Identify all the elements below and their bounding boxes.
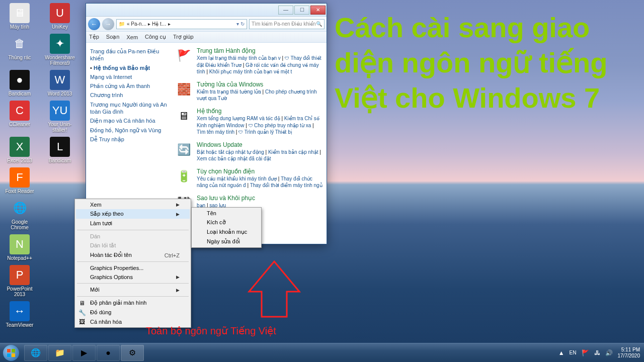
- menu-item[interactable]: Soạn: [106, 34, 120, 40]
- taskbar-controlpanel[interactable]: ⚙: [121, 345, 144, 361]
- category-title[interactable]: Trung tâm Hành động: [197, 47, 324, 55]
- desktop-icon[interactable]: CCCleaner: [4, 101, 35, 133]
- category-link[interactable]: Trình quản lý Thiết bị: [238, 129, 292, 135]
- menu-item-icon: 🖼: [78, 318, 86, 326]
- menu-item-label: Graphics Options: [90, 274, 133, 280]
- address-bar[interactable]: 📁 « Pa-n… ▸ Hệ t… ▸ ▾ ↻: [116, 19, 247, 29]
- menu-item[interactable]: Tệp: [89, 34, 99, 40]
- category-item: 🖥Hệ thốngXem tổng dung lượng RAM và tốc …: [175, 107, 324, 136]
- category-link[interactable]: Xem tổng dung lượng RAM và tốc độ: [197, 116, 280, 121]
- desktop-icon[interactable]: LBandicam: [44, 137, 75, 163]
- context-menu-item[interactable]: Làm tươi: [76, 219, 190, 228]
- side-link[interactable]: Trang đầu của Pa-nen Điều khiển: [90, 48, 168, 62]
- titlebar[interactable]: — ☐ ✕: [86, 4, 327, 17]
- desktop-icon[interactable]: 🌐Google Chrome: [4, 198, 35, 230]
- svg-rect-2: [7, 353, 11, 357]
- taskbar-ie[interactable]: 🌐: [24, 345, 47, 361]
- category-title[interactable]: Tùy chọn Nguồn điện: [197, 167, 324, 175]
- context-menu-item[interactable]: Loại khoản mục: [193, 227, 260, 237]
- category-link[interactable]: Kiểm tra bản cập nhật: [268, 149, 318, 155]
- taskbar-explorer[interactable]: 📁: [48, 345, 71, 361]
- desktop-icon[interactable]: YUYour Unin-staller!: [44, 101, 75, 133]
- context-menu-item[interactable]: Graphics Options▶: [76, 273, 190, 282]
- context-menu-item[interactable]: Sắp xếp theo▶: [76, 209, 190, 219]
- context-menu-item[interactable]: Kích cỡ: [193, 218, 260, 227]
- tray-flag-icon[interactable]: 🚩: [582, 349, 589, 356]
- context-menu-item[interactable]: Hoàn tác Đổi tênCtrl+Z: [76, 250, 190, 260]
- context-menu-item: Dán lối tắt: [76, 241, 190, 250]
- menu-item[interactable]: Xem: [126, 34, 138, 40]
- tray-expand-icon[interactable]: ▲: [558, 349, 565, 356]
- side-link[interactable]: Hệ thống và Bảo mật: [90, 64, 168, 71]
- tray-language[interactable]: EN: [570, 350, 577, 355]
- side-link[interactable]: Đồng hồ, Ngôn ngữ và Vùng: [90, 127, 168, 134]
- context-menu-item[interactable]: Ngày sửa đổi: [193, 237, 260, 246]
- side-link[interactable]: Mạng và Internet: [90, 73, 168, 80]
- desktop-icon[interactable]: PPowerPoint 2013: [4, 265, 35, 297]
- category-link[interactable]: Thay đổi thời điểm máy tính ngủ: [250, 183, 323, 188]
- taskbar-bandicam[interactable]: ●: [97, 345, 120, 361]
- back-button[interactable]: ←: [88, 18, 100, 30]
- desktop-icon[interactable]: UUniKey: [44, 3, 75, 30]
- category-title[interactable]: Sao lưu và Khôi phục: [197, 194, 324, 202]
- desktop-icon[interactable]: ✦Wondershare Filmora9: [44, 34, 75, 66]
- side-link[interactable]: Trương mục Người dùng và An toàn Gia đìn…: [90, 101, 168, 116]
- folder-icon: 📁: [119, 21, 125, 27]
- side-link[interactable]: Diện mạo và Cá nhân hóa: [90, 117, 168, 124]
- system-tray[interactable]: ▲ EN 🚩 🖧 🔊 5:11 PM 17/7/2020: [554, 343, 644, 362]
- tray-volume-icon[interactable]: 🔊: [605, 349, 613, 356]
- category-title[interactable]: Windows Update: [197, 141, 324, 149]
- desktop-icon[interactable]: ●Bandicam: [4, 70, 35, 97]
- category-link[interactable]: Khôi phục máy tính của bạn về một t: [209, 69, 292, 74]
- minimize-button[interactable]: —: [278, 6, 293, 15]
- context-menu-item[interactable]: 🖥Độ phân giải màn hình: [76, 298, 190, 308]
- desktop-icon[interactable]: NNotepad++: [4, 234, 35, 261]
- desktop-icon[interactable]: 🗑Thùng rác: [4, 34, 35, 66]
- category-link[interactable]: Xem các bản cập nhật đã cài đặt: [197, 156, 271, 161]
- overlay-caption: Toàn bộ ngôn ngữ Tiếng Việt: [146, 325, 276, 337]
- category-link[interactable]: Xem lại trạng thái máy tính của bạn v: [197, 55, 281, 61]
- tray-clock[interactable]: 5:11 PM 17/7/2020: [618, 347, 640, 359]
- category-link[interactable]: Tìm tên máy tính: [197, 129, 234, 135]
- context-menu-item[interactable]: Xem▶: [76, 200, 190, 209]
- side-link[interactable]: Phần cứng và Âm thanh: [90, 82, 168, 89]
- desktop-icon[interactable]: ↔TeamViewer: [4, 301, 35, 328]
- desktop-icon[interactable]: WWord 2013: [44, 70, 75, 97]
- category-title[interactable]: Tường lửa của Windows: [197, 80, 324, 88]
- search-input[interactable]: Tìm kiếm Pa-nen Điều khiển 🔍: [249, 19, 325, 29]
- desktop-icon[interactable]: 🖥Máy tính: [4, 3, 35, 30]
- taskbar-mediaplayer[interactable]: ▶: [72, 345, 96, 361]
- menu-item-label: Dán: [90, 233, 100, 239]
- category-item: 🚩Trung tâm Hành độngXem lại trạng thái m…: [175, 47, 324, 75]
- category-link[interactable]: Yêu cầu mật khẩu khi máy tính đượ: [197, 176, 277, 182]
- icon-label: Thùng rác: [8, 55, 31, 60]
- category-link[interactable]: Bật hoặc tắt cập nhật tự động: [197, 149, 264, 155]
- category-item: 🔋Tùy chọn Nguồn điệnYêu cầu mật khẩu khi…: [175, 167, 324, 189]
- desktop-icons-grid: 🖥Máy tínhUUniKey🗑Thùng rác✦Wondershare F…: [4, 3, 75, 332]
- context-menu-item[interactable]: Tên: [193, 209, 260, 218]
- category-link[interactable]: Cho phép truy nhập từ xa: [249, 123, 311, 128]
- app-icon: ●: [10, 70, 30, 90]
- menu-item[interactable]: Trợ giúp: [173, 34, 194, 40]
- menu-item-label: Làm tươi: [90, 220, 112, 227]
- context-menu-item[interactable]: Graphics Properties...: [76, 263, 190, 273]
- desktop-icon[interactable]: FFoxit Reader: [4, 167, 35, 194]
- tray-network-icon[interactable]: 🖧: [594, 349, 600, 356]
- icon-label: Word 2013: [48, 91, 72, 97]
- desktop-icon[interactable]: XExcel 2013: [4, 137, 35, 163]
- breadcrumb[interactable]: « Pa-n… ▸ Hệ t… ▸: [127, 21, 171, 27]
- start-button[interactable]: [0, 343, 22, 363]
- maximize-button[interactable]: ☐: [294, 6, 309, 15]
- close-button[interactable]: ✕: [310, 6, 326, 15]
- context-menu-item[interactable]: 🔧Đồ dùng: [76, 308, 190, 317]
- menu-item[interactable]: Công cụ: [145, 34, 166, 40]
- taskbar[interactable]: 🌐 📁 ▶ ● ⚙ ▲ EN 🚩 🖧 🔊 5:11 PM 17/7/2020: [0, 343, 644, 362]
- context-menu-item[interactable]: Mới▶: [76, 285, 190, 295]
- category-title[interactable]: Hệ thống: [197, 107, 324, 115]
- side-link[interactable]: Chương trình: [90, 92, 168, 99]
- forward-button[interactable]: →: [102, 18, 114, 30]
- desktop[interactable]: 🖥Máy tínhUUniKey🗑Thùng rác✦Wondershare F…: [0, 0, 644, 362]
- menu-item-label: Độ phân giải màn hình: [90, 300, 146, 306]
- category-link[interactable]: Kiểm tra trạng thái tường lửa: [197, 89, 261, 95]
- side-link[interactable]: Dễ Truy nhập: [90, 136, 168, 143]
